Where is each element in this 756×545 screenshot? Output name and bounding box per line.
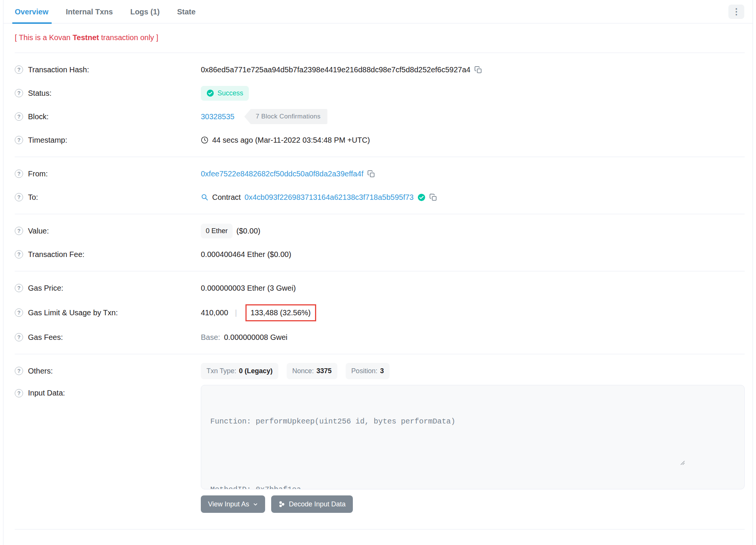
input-function-line: Function: performUpkeep(uint256 id, byte… (210, 416, 735, 427)
row-value: ? Value: 0 Ether ($0.00) (15, 219, 745, 243)
row-label-text: Others: (28, 367, 53, 375)
row-gas-price: ? Gas Price: 0.000000003 Ether (3 Gwei) (15, 276, 745, 300)
row-transaction-fee: ? Transaction Fee: 0.000400464 Ether ($0… (15, 243, 745, 266)
row-timestamp: ? Timestamp: 44 secs ago (Mar-11-2022 03… (15, 128, 745, 152)
kebab-icon: ⋮ (732, 8, 740, 16)
value-badge: 0 Ether (201, 224, 233, 238)
view-input-as-button[interactable]: View Input As (201, 495, 265, 513)
copy-icon (367, 170, 375, 178)
row-label-text: Transaction Hash: (28, 65, 89, 74)
separator: | (235, 308, 237, 317)
transaction-card: Overview Internal Txns Logs (1) State ⋮ … (3, 0, 753, 545)
row-label-text: Input Data: (28, 389, 65, 397)
magnifier-icon[interactable] (201, 193, 208, 201)
nonce-badge: Nonce:3375 (287, 363, 337, 379)
input-data-textarea[interactable]: Function: performUpkeep(uint256 id, byte… (201, 385, 745, 489)
transaction-fee-value: 0.000400464 Ether ($0.00) (201, 250, 291, 259)
help-icon[interactable]: ? (15, 284, 23, 292)
copy-hash-button[interactable] (474, 66, 482, 74)
gas-usage-value: 133,488 (32.56%) (251, 308, 311, 317)
copy-from-address-button[interactable] (367, 170, 375, 178)
row-label-text: Gas Limit & Usage by Txn: (28, 308, 118, 317)
section-others: ? Others: Txn Type:0 (Legacy) Nonce:3375… (15, 354, 745, 518)
help-icon[interactable]: ? (15, 112, 23, 121)
section-parties: ? From: 0xfee7522e8482682cf50ddc50a0f8da… (15, 157, 745, 214)
help-icon[interactable]: ? (15, 170, 23, 178)
row-to: ? To: Contract 0x4cb093f226983713164a621… (15, 185, 745, 209)
row-label-text: Timestamp: (28, 136, 67, 145)
section-summary: ? Transaction Hash: 0x86ed5a771e725aa94d… (15, 53, 745, 157)
resize-grip[interactable] (680, 437, 743, 488)
tab-logs[interactable]: Logs (1) (130, 0, 160, 23)
transaction-hash-value: 0x86ed5a771e725aa94d5b7fa2398e4419e216d8… (201, 65, 470, 74)
row-gas-fees: ? Gas Fees: Base: 0.000000008 Gwei (15, 325, 745, 349)
divider (15, 529, 745, 529)
section-gas: ? Gas Price: 0.000000003 Ether (3 Gwei) … (15, 271, 745, 354)
tab-internal-txns[interactable]: Internal Txns (66, 0, 113, 23)
to-address-link[interactable]: 0x4cb093f226983713164a62138c3f718a5b595f… (245, 193, 414, 202)
decode-input-data-button[interactable]: Decode Input Data (271, 495, 353, 513)
row-label-text: Value: (28, 227, 49, 235)
row-block: ? Block: 30328535 7 Block Confirmations (15, 105, 745, 128)
txn-type-badge: Txn Type:0 (Legacy) (201, 363, 278, 379)
help-icon[interactable]: ? (15, 389, 23, 397)
help-icon[interactable]: ? (15, 193, 23, 201)
overview-panel: [ This is a Kovan Testnet transaction on… (3, 23, 753, 529)
section-value: ? Value: 0 Ether ($0.00) ? Transaction F… (15, 214, 745, 271)
check-circle-icon (206, 89, 214, 97)
tab-bar: Overview Internal Txns Logs (1) State ⋮ (3, 0, 753, 23)
tab-state[interactable]: State (177, 0, 196, 23)
gas-price-value: 0.000000003 Ether (3 Gwei) (201, 284, 296, 293)
copy-icon (429, 193, 437, 201)
gas-fees-base-value: 0.000000008 Gwei (224, 333, 287, 342)
to-contract-label: Contract (212, 193, 241, 202)
row-label-text: From: (28, 170, 48, 178)
row-label-text: Block: (28, 112, 48, 121)
copy-to-address-button[interactable] (429, 193, 437, 201)
block-confirmations-badge: 7 Block Confirmations (244, 109, 328, 124)
row-status: ? Status: Success (15, 81, 745, 105)
gas-usage-annotation-box: 133,488 (32.56%) (245, 304, 316, 321)
value-usd: ($0.00) (236, 227, 260, 235)
blank-line (210, 450, 735, 461)
from-address-link[interactable]: 0xfee7522e8482682cf50ddc50a0f8da2a39effa… (201, 170, 363, 178)
row-label-text: Status: (28, 89, 51, 98)
help-icon[interactable]: ? (15, 227, 23, 235)
row-transaction-hash: ? Transaction Hash: 0x86ed5a771e725aa94d… (15, 58, 745, 81)
help-icon[interactable]: ? (15, 367, 23, 375)
spacer (15, 518, 745, 529)
gas-limit-value: 410,000 (201, 308, 228, 317)
row-gas-limit-usage: ? Gas Limit & Usage by Txn: 410,000 | 13… (15, 300, 745, 325)
row-others: ? Others: Txn Type:0 (Legacy) Nonce:3375… (15, 359, 745, 383)
help-icon[interactable]: ? (15, 333, 23, 341)
gas-fees-base-label: Base: (201, 333, 220, 342)
help-icon[interactable]: ? (15, 136, 23, 144)
row-label-text: To: (28, 193, 38, 202)
row-label-text: Transaction Fee: (28, 250, 84, 259)
input-methodid-line: MethodID: 0x7bbaf1ea (210, 484, 735, 489)
position-badge: Position:3 (346, 363, 390, 379)
chevron-down-icon (253, 502, 258, 507)
row-label-text: Gas Price: (28, 284, 63, 293)
block-number-link[interactable]: 30328535 (201, 112, 234, 121)
row-label-text: Gas Fees: (28, 333, 63, 342)
help-icon[interactable]: ? (15, 89, 23, 97)
status-badge: Success (201, 86, 249, 101)
row-from: ? From: 0xfee7522e8482682cf50ddc50a0f8da… (15, 162, 745, 185)
clock-icon (201, 136, 208, 144)
tab-overview[interactable]: Overview (15, 0, 48, 23)
testnet-warning: [ This is a Kovan Testnet transaction on… (15, 23, 745, 53)
timestamp-value: 44 secs ago (Mar-11-2022 03:54:48 PM +UT… (212, 136, 370, 145)
help-icon[interactable]: ? (15, 308, 23, 317)
more-options-button[interactable]: ⋮ (728, 5, 744, 19)
row-input-data: ? Input Data: Function: performUpkeep(ui… (15, 383, 745, 513)
help-icon[interactable]: ? (15, 65, 23, 74)
copy-icon (474, 66, 482, 74)
decode-shapes-icon (278, 501, 285, 508)
status-text: Success (217, 89, 243, 97)
verified-check-icon (418, 193, 425, 201)
help-icon[interactable]: ? (15, 250, 23, 258)
